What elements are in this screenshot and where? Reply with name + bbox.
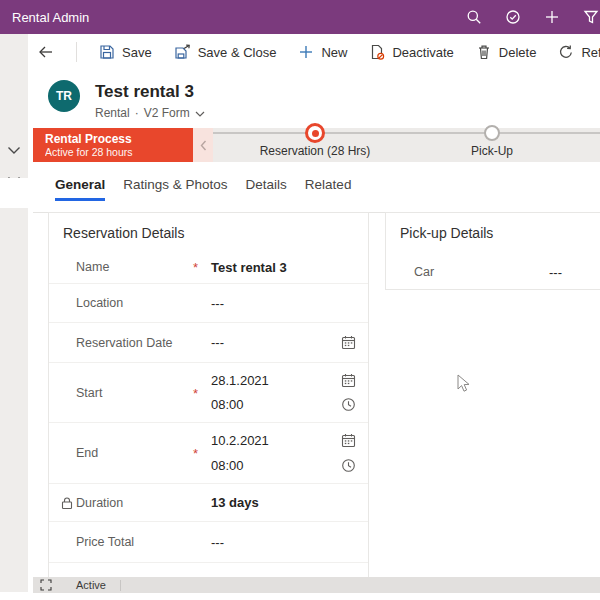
field-row-end: End*10.2.202108:00 [49,423,368,484]
field-row-car: Car--- [386,251,600,293]
calendar-icon[interactable] [341,335,356,350]
filter-icon[interactable] [583,9,599,25]
chevron-down-icon[interactable] [195,106,205,120]
field-label: Car [414,265,434,279]
stage-pickup[interactable]: Pick-Up [471,144,513,158]
delete-button[interactable]: Delete [476,44,537,60]
field-value[interactable]: 13 days [211,495,259,510]
lock-icon [60,496,74,510]
refresh-icon [558,44,574,60]
field-label: Start [76,386,102,400]
field-value-area: 13 days [211,484,356,521]
field-value[interactable]: 08:00 [211,397,244,412]
field-row-price-per-day: Price Per Day [49,563,368,578]
plus-icon [298,44,314,60]
field-label: Duration [76,496,123,510]
save-close-icon [174,44,191,60]
trash-icon [476,44,492,60]
stage-reservation[interactable]: Reservation (28 Hrs) [260,144,371,158]
field-value-area: --- [211,284,356,322]
field-value[interactable]: --- [549,265,562,280]
required-asterisk: * [193,385,198,400]
field-list: Car--- [386,251,600,293]
check-circle-icon[interactable] [505,9,521,25]
field-row-name: Name*Test rental 3 [49,251,368,284]
app-window: Rental Admin [0,0,600,600]
clock-icon[interactable] [341,397,356,412]
record-subtitle: Rental · V2 Form [95,106,205,120]
process-header: Rental Process Active for 28 hours [33,128,193,162]
save-button[interactable]: Save [99,44,152,60]
save-icon [99,44,115,60]
field-value-area: 28.1.202108:00 [211,363,356,422]
stage-marker-active[interactable] [305,123,325,143]
required-asterisk: * [193,260,198,275]
required-asterisk: * [193,446,198,461]
stage-marker-upcoming[interactable] [484,125,500,141]
calendar-icon[interactable] [341,433,356,448]
back-button[interactable] [37,44,54,60]
field-value-area: --- [211,323,356,362]
record-header: TR Test rental 3 Rental · V2 Form [28,70,600,128]
new-button[interactable]: New [298,44,347,60]
expand-icon[interactable] [40,579,52,591]
plus-icon[interactable] [544,9,560,25]
form-footer: Active [33,577,600,593]
section-pickup-details: Pick-up Details Car--- [385,212,600,290]
process-connector-line [213,132,600,134]
refresh-button[interactable]: Refresh [558,44,600,60]
field-value-area [211,563,356,578]
field-value[interactable]: --- [211,535,224,550]
field-row-duration: Duration13 days [49,484,368,522]
left-nav-rail [0,34,28,592]
tab-related[interactable]: Related [305,177,352,201]
status-badge: Active [76,579,106,591]
field-value[interactable]: --- [211,296,224,311]
search-icon[interactable] [466,9,482,25]
field-value-area: --- [549,251,592,293]
process-collapse-chevron[interactable] [193,128,213,162]
record-avatar: TR [48,80,80,112]
field-row-location: Location--- [49,284,368,323]
field-label: Location [76,296,123,310]
form-selector[interactable]: V2 Form [144,106,190,120]
section-title: Pick-up Details [400,225,600,251]
field-label: Reservation Date [76,336,173,350]
deactivate-icon [369,44,385,60]
process-name: Rental Process [45,132,193,146]
divider [120,580,121,591]
process-status: Active for 28 hours [45,146,193,159]
form-tabs: General Ratings & Photos Details Related [55,177,351,201]
tab-details[interactable]: Details [246,177,287,201]
command-bar: Save Save & Close New Deactivate [28,34,600,70]
save-and-close-button[interactable]: Save & Close [174,44,277,60]
calendar-icon[interactable] [341,373,356,388]
record-title: Test rental 3 [95,82,194,102]
tab-ratings-photos[interactable]: Ratings & Photos [123,177,227,201]
top-app-bar: Rental Admin [0,0,600,34]
field-list: Name*Test rental 3Location---Reservation… [49,251,368,578]
field-row-price-total: Price Total--- [49,522,368,563]
app-title[interactable]: Rental Admin [12,10,89,25]
field-value-area: 10.2.202108:00 [211,423,356,483]
field-label: Name [76,260,109,274]
clock-icon[interactable] [341,458,356,473]
tab-general[interactable]: General [55,177,105,201]
deactivate-button[interactable]: Deactivate [369,44,453,60]
field-value[interactable]: 28.1.2021 [211,373,269,388]
field-value-area: --- [211,522,356,562]
field-value[interactable]: 08:00 [211,458,244,473]
topbar-icon-group [466,9,600,25]
field-row-reservation-date: Reservation Date--- [49,323,368,363]
business-process-flow: Rental Process Active for 28 hours Reser… [33,128,600,162]
field-value[interactable]: 10.2.2021 [211,433,269,448]
field-value[interactable]: Test rental 3 [211,260,287,275]
section-reservation-details: Reservation Details Name*Test rental 3Lo… [48,212,369,578]
entity-type-label: Rental [95,106,130,120]
field-row-start: Start*28.1.202108:00 [49,363,368,423]
chevron-down-icon[interactable] [7,141,21,159]
rail-gap [0,178,28,208]
field-value[interactable]: --- [211,335,224,350]
divider [76,42,77,62]
field-label: End [76,446,98,460]
